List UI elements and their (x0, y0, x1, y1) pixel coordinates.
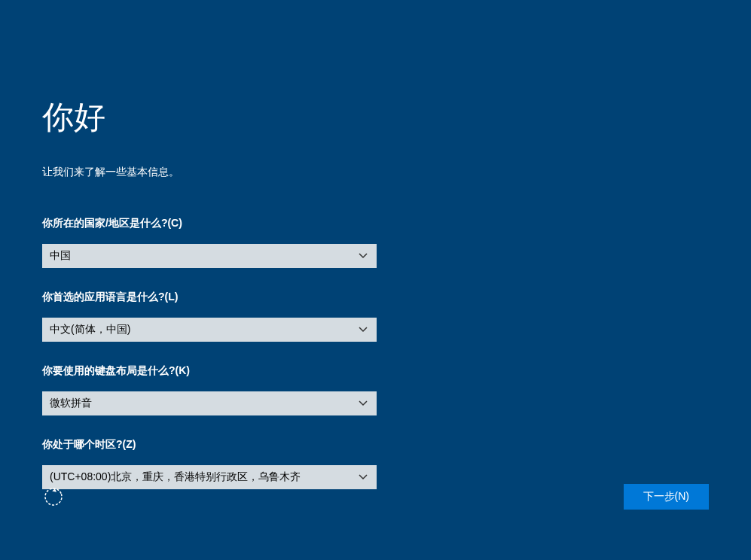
next-button[interactable]: 下一步(N) (624, 484, 709, 510)
page-title: 你好 (42, 96, 709, 138)
country-select[interactable]: 中国 (42, 244, 377, 268)
setup-container: 你好 让我们来了解一些基本信息。 你所在的国家/地区是什么?(C) 中国 你首选… (0, 0, 751, 489)
keyboard-select[interactable]: 微软拼音 (42, 391, 377, 415)
keyboard-select-wrapper: 微软拼音 (42, 391, 377, 415)
timezone-label: 你处于哪个时区?(Z) (42, 438, 709, 452)
keyboard-label: 你要使用的键盘布局是什么?(K) (42, 364, 709, 378)
timezone-form-group: 你处于哪个时区?(Z) (UTC+08:00)北京，重庆，香港特别行政区，乌鲁木… (42, 438, 709, 489)
footer: 下一步(N) (42, 484, 709, 510)
country-form-group: 你所在的国家/地区是什么?(C) 中国 (42, 217, 709, 268)
accessibility-icon[interactable] (42, 485, 65, 508)
svg-point-0 (43, 486, 64, 507)
language-select-wrapper: 中文(简体，中国) (42, 318, 377, 342)
country-label: 你所在的国家/地区是什么?(C) (42, 217, 709, 230)
keyboard-form-group: 你要使用的键盘布局是什么?(K) 微软拼音 (42, 364, 709, 415)
language-label: 你首选的应用语言是什么?(L) (42, 291, 709, 304)
page-subtitle: 让我们来了解一些基本信息。 (42, 166, 709, 179)
language-select[interactable]: 中文(简体，中国) (42, 318, 377, 342)
language-form-group: 你首选的应用语言是什么?(L) 中文(简体，中国) (42, 291, 709, 342)
country-select-wrapper: 中国 (42, 244, 377, 268)
